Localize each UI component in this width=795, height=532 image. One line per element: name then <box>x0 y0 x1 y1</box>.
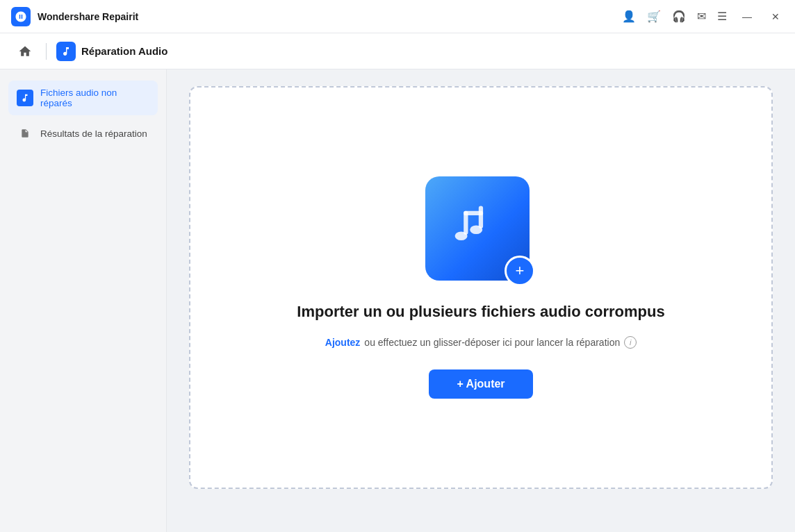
dropzone[interactable]: + Importer un ou plusieurs fichiers audi… <box>189 86 773 489</box>
sidebar: Fichiers audio non réparés Résultats de … <box>0 69 167 532</box>
main-layout: Fichiers audio non réparés Résultats de … <box>0 69 795 532</box>
nav-divider <box>46 43 47 60</box>
unrepaired-icon <box>17 90 33 106</box>
section-title: Réparation Audio <box>81 45 167 57</box>
app-title: Wondershare Repairit <box>38 11 138 22</box>
titlebar-left: Wondershare Repairit <box>11 7 138 26</box>
music-file-icon <box>20 93 30 103</box>
nav-section: Réparation Audio <box>56 42 167 61</box>
results-file-icon <box>20 128 30 138</box>
audio-repair-icon <box>60 46 72 57</box>
add-button[interactable]: + Ajouter <box>429 369 532 399</box>
svg-point-1 <box>455 231 468 240</box>
navbar: Réparation Audio <box>0 33 795 69</box>
home-button[interactable] <box>14 40 36 63</box>
results-label: Résultats de la réparation <box>40 128 147 139</box>
svg-point-3 <box>470 225 482 234</box>
music-note-svg <box>446 197 509 260</box>
logo-icon <box>15 10 27 23</box>
svg-rect-2 <box>479 206 483 228</box>
app-logo <box>11 7 31 26</box>
results-icon <box>17 125 33 142</box>
minimize-button[interactable]: — <box>738 10 756 24</box>
audio-icon-container: + <box>425 176 536 288</box>
headset-icon[interactable]: 🎧 <box>672 10 686 23</box>
titlebar: Wondershare Repairit 👤 🛒 🎧 ✉ ☰ — ✕ <box>0 0 795 33</box>
home-icon <box>18 44 32 58</box>
sidebar-item-results[interactable]: Résultats de la réparation <box>8 118 158 149</box>
add-link[interactable]: Ajoutez <box>325 337 361 348</box>
section-icon <box>56 42 76 61</box>
unrepaired-label: Fichiers audio non réparés <box>40 88 149 108</box>
close-button[interactable]: ✕ <box>767 10 784 24</box>
sidebar-item-unrepaired[interactable]: Fichiers audio non réparés <box>8 81 158 115</box>
subtitle-rest: ou effectuez un glisser-déposer ici pour… <box>364 337 620 348</box>
titlebar-actions: 👤 🛒 🎧 ✉ ☰ — ✕ <box>622 10 784 24</box>
add-badge: + <box>505 256 535 286</box>
mail-icon[interactable]: ✉ <box>697 10 706 23</box>
cart-icon[interactable]: 🛒 <box>647 10 661 23</box>
info-icon[interactable]: i <box>624 336 637 349</box>
dropzone-title: Importer un ou plusieurs fichiers audio … <box>297 301 664 323</box>
menu-icon[interactable]: ☰ <box>717 10 727 23</box>
content-area: + Importer un ou plusieurs fichiers audi… <box>167 69 795 532</box>
user-icon[interactable]: 👤 <box>622 10 636 23</box>
dropzone-subtitle: Ajoutez ou effectuez un glisser-déposer … <box>325 336 637 349</box>
svg-rect-4 <box>464 210 483 215</box>
